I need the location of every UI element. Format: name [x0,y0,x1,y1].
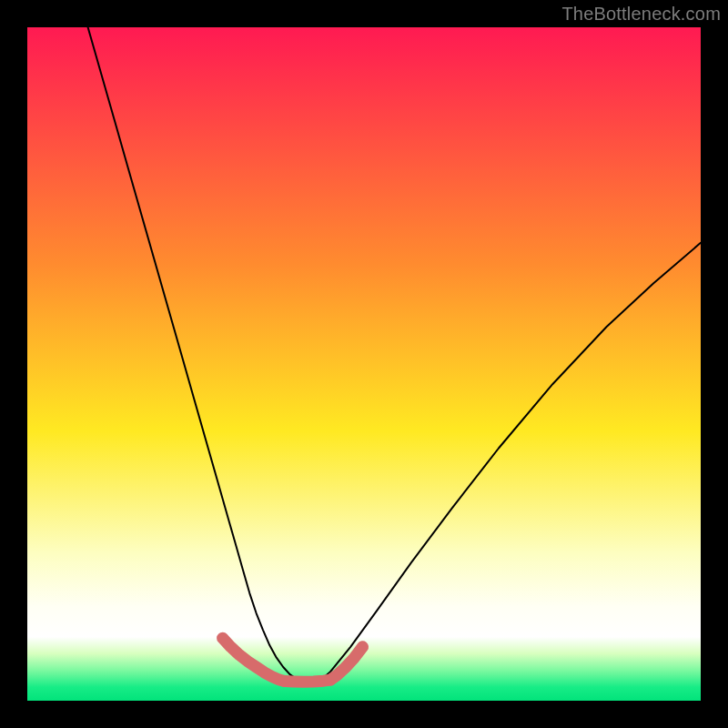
bottleneck-chart [27,27,701,701]
gradient-background [27,27,701,701]
chart-frame [27,27,701,701]
watermark-text: TheBottleneck.com [561,4,721,25]
highlight-segment-1 [285,680,330,682]
